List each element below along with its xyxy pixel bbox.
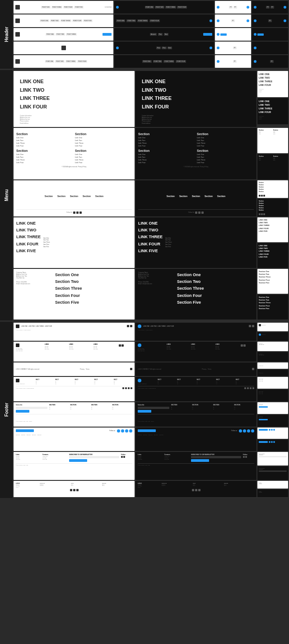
section-item[interactable]: Section [205, 195, 213, 197]
header-thumb-12[interactable] [252, 28, 288, 41]
section-item[interactable]: Section [259, 191, 264, 193]
nav-item[interactable]: POINT FOUR [149, 19, 159, 22]
section-item[interactable]: Section [259, 182, 264, 183]
link-one[interactable]: LINK ONE [259, 99, 287, 103]
cta-button[interactable] [220, 33, 227, 36]
nav-item[interactable]: LINK FOUR [45, 325, 52, 327]
section-item[interactable]: Section Two [55, 278, 132, 285]
link-item[interactable]: LINK FIVE [16, 248, 41, 254]
footer-link[interactable]: SECTION [154, 434, 158, 435]
footer-link[interactable]: SECTION [27, 434, 31, 435]
nav-item[interactable]: POINT TWO [155, 6, 164, 9]
cta-button[interactable] [203, 33, 212, 36]
social-icon[interactable] [192, 489, 194, 491]
nav-item[interactable]: POINT ONE [46, 33, 55, 36]
link-one[interactable]: LINK ONE [142, 77, 254, 86]
email-input[interactable] [16, 407, 47, 409]
nav-item[interactable]: POINT ONE [145, 6, 154, 9]
social-icon[interactable] [128, 387, 130, 389]
facebook-icon[interactable] [195, 212, 197, 214]
social-icon[interactable] [273, 429, 275, 431]
link-two[interactable]: LINK TWO [259, 76, 287, 80]
social-icon[interactable] [70, 489, 72, 491]
twitter-icon[interactable] [121, 429, 124, 432]
youtube-icon[interactable] [129, 429, 132, 432]
nav-item[interactable]: LINK ONE [21, 325, 28, 327]
mini-btn[interactable] [259, 419, 268, 420]
section-item[interactable]: Section [45, 195, 53, 197]
link-item[interactable]: LINK ONE [16, 220, 41, 227]
link-four[interactable]: LINK FOUR [142, 103, 254, 111]
header-thumb-11[interactable] [215, 28, 251, 41]
nav-item[interactable]: POINT FOUR [176, 60, 186, 63]
nav-item[interactable]: Next [164, 33, 168, 36]
nav-item[interactable]: POINT TWO [41, 6, 51, 9]
nav-item[interactable]: POINT FIVE [83, 19, 93, 22]
link-three[interactable]: LINK THREE [20, 94, 132, 103]
link-item[interactable]: LINK TWO [138, 227, 163, 234]
link-four[interactable]: LINK FOUR [259, 83, 287, 87]
section-item[interactable]: Section One [55, 272, 132, 278]
social-icon[interactable] [243, 456, 245, 458]
link-item[interactable]: LINK FOUR [16, 241, 41, 248]
nav-item[interactable]: POINT THREE [51, 6, 62, 9]
subscribe-button[interactable] [16, 410, 29, 413]
footer-link[interactable]: SECTION [159, 434, 163, 435]
header-thumb-2[interactable]: POINT ONE POINT TWO POINT THREE POINT FO… [114, 1, 214, 14]
nav-item[interactable]: PT [270, 60, 274, 63]
privacy-link[interactable]: Privacy [80, 368, 84, 370]
mini-btn[interactable] [259, 441, 268, 443]
section-item[interactable]: Section [57, 195, 65, 197]
facebook-icon[interactable] [117, 429, 120, 432]
header-thumb-20[interactable]: PT [252, 55, 288, 68]
footer-link[interactable]: SECTION [32, 434, 36, 435]
social-icon[interactable] [269, 441, 270, 443]
email-input[interactable] [69, 456, 119, 458]
nav-item[interactable]: Prev [162, 47, 166, 49]
header-thumb-3[interactable]: PT PT [215, 1, 251, 14]
header-thumb-17[interactable]: POINT ONE POINT TWO POINT THREE POINT FO… [14, 55, 113, 68]
nav-item[interactable]: PT [231, 19, 235, 22]
mini-input[interactable] [259, 456, 287, 457]
footer-link[interactable]: SECTION [143, 434, 147, 435]
nav-item[interactable]: PT [229, 6, 233, 9]
footer-link[interactable]: SECTION [16, 434, 20, 435]
header-thumb-7[interactable]: PT [215, 14, 251, 27]
header-thumb-14[interactable]: Prev Prev Next [114, 42, 214, 54]
link-item[interactable]: LINK THREE [16, 234, 41, 240]
social-icon[interactable] [122, 387, 124, 389]
instagram-icon[interactable] [201, 212, 204, 214]
link-three[interactable]: LINK THREE [259, 107, 287, 110]
social-icon[interactable] [198, 489, 200, 491]
subscribe-cta[interactable] [138, 429, 156, 432]
social-icon[interactable] [247, 387, 249, 389]
section-item[interactable]: Section [70, 195, 78, 197]
social-icon[interactable] [73, 489, 75, 491]
cta-button[interactable] [257, 33, 264, 36]
email-input[interactable] [138, 407, 169, 409]
social-icon[interactable] [131, 387, 132, 389]
section-item[interactable]: Section Two [177, 278, 254, 285]
nav-item[interactable]: POINT ONE [45, 60, 54, 63]
social-icon[interactable] [76, 489, 79, 491]
social-icon[interactable] [271, 441, 273, 443]
section-item[interactable]: Section Four [55, 292, 132, 299]
section-item[interactable]: Section [83, 195, 91, 197]
section-item[interactable]: Section Three [177, 285, 254, 292]
mini-btn[interactable] [259, 406, 268, 408]
nav-item[interactable]: POINT FOUR [77, 60, 87, 63]
section-item[interactable]: Section One [177, 272, 254, 278]
social-icon[interactable] [125, 387, 127, 389]
section-item[interactable]: Section [259, 186, 264, 188]
social-icon[interactable] [119, 344, 121, 347]
subscribe-cta[interactable] [16, 429, 34, 432]
terms-link[interactable]: Terms [86, 368, 89, 370]
nav-item[interactable]: Prev [158, 33, 163, 36]
social-icon[interactable] [243, 344, 246, 347]
social-icon[interactable] [269, 429, 270, 431]
header-thumb-6[interactable]: POINT ONE POINT TWO POINT THREE POINT FO… [114, 14, 214, 27]
section-item[interactable]: Section [259, 209, 264, 211]
nav-item[interactable]: LINK FOUR [167, 325, 174, 327]
header-thumb-4[interactable]: PT PT [252, 1, 288, 14]
header-thumb-16[interactable] [252, 42, 288, 54]
